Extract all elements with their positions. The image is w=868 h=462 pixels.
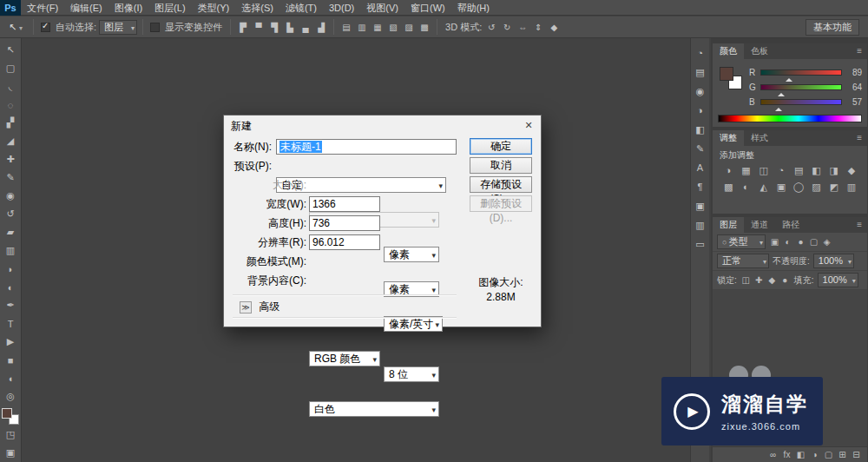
panel-menu-icon[interactable] <box>852 130 867 146</box>
distribute-icon[interactable]: ▨ <box>402 23 416 32</box>
lock-icon[interactable]: ◫ <box>740 275 752 285</box>
close-icon[interactable]: ✕ <box>522 118 536 132</box>
menu-item[interactable]: 选择(S) <box>235 0 279 16</box>
timeline-panel-icon[interactable]: ▥ <box>693 219 708 232</box>
3d-mode-icon[interactable]: ◆ <box>547 23 561 32</box>
link-layers-icon[interactable]: ∞ <box>767 450 779 459</box>
tool-preset-dropdown[interactable]: ↖ <box>3 22 28 33</box>
adjustment-icon[interactable]: ◩ <box>825 182 843 193</box>
screen-mode-button[interactable]: ▣ <box>0 444 22 462</box>
align-icon[interactable]: ▄ <box>299 23 312 32</box>
align-icon[interactable]: ▜ <box>267 23 281 32</box>
menu-item[interactable]: 类型(Y) <box>192 0 236 16</box>
adjustment-icon[interactable]: ▩ <box>720 182 737 193</box>
g-value[interactable]: 64 <box>846 82 862 92</box>
filter-icon[interactable]: ◈ <box>821 237 832 247</box>
properties-panel-icon[interactable]: ▤ <box>693 66 708 79</box>
adjustment-icon[interactable]: ◭ <box>755 182 773 193</box>
color-swatch-pair[interactable] <box>720 67 742 89</box>
adjustment-icon[interactable]: ▦ <box>737 165 754 176</box>
foreground-background-swatches[interactable] <box>2 408 19 425</box>
panel-menu-icon[interactable] <box>852 43 867 59</box>
marquee-tool[interactable]: ▢ <box>0 59 22 77</box>
brush-tool[interactable]: ✎ <box>0 168 22 187</box>
blend-mode-dropdown[interactable]: 正常 <box>717 254 769 268</box>
distribute-icon[interactable]: ▧ <box>386 23 400 32</box>
tab-adjustments[interactable]: 调整 <box>713 130 744 146</box>
healing-brush-tool[interactable]: ✚ <box>0 150 22 168</box>
brush-panel-icon[interactable]: ✎ <box>693 142 708 155</box>
notes-panel-icon[interactable]: ▭ <box>693 238 708 251</box>
pen-tool[interactable]: ✒ <box>0 296 22 314</box>
name-input[interactable]: 未标题-1 <box>276 139 457 155</box>
advanced-section-toggle[interactable]: ≫ 高级 <box>240 300 279 314</box>
filter-icon[interactable]: ◐ <box>782 237 793 247</box>
r-slider[interactable] <box>760 69 842 76</box>
foreground-color-swatch[interactable] <box>2 408 12 419</box>
zoom-tool[interactable]: ◎ <box>0 387 22 406</box>
quick-selection-tool[interactable]: ◌ <box>0 96 22 114</box>
3d-mode-icon[interactable]: ⇔ <box>516 23 529 32</box>
g-slider[interactable] <box>760 84 842 90</box>
background-contents-dropdown[interactable]: 白色 <box>309 401 439 417</box>
gradient-tool[interactable]: ▥ <box>0 241 22 260</box>
layer-group-icon[interactable]: ▢ <box>823 450 834 459</box>
b-slider[interactable] <box>760 99 842 105</box>
tab-channels[interactable]: 通道 <box>744 217 775 233</box>
distribute-icon[interactable]: ▥ <box>355 23 369 32</box>
menu-item[interactable]: 文件(F) <box>21 0 64 16</box>
workspace-switcher-button[interactable]: 基本功能 <box>806 19 859 36</box>
menu-item[interactable]: 图像(I) <box>108 0 148 16</box>
menu-item[interactable]: 3D(D) <box>323 0 360 16</box>
eraser-tool[interactable]: ▰ <box>0 223 22 241</box>
tab-swatches[interactable]: 色板 <box>744 43 775 59</box>
align-icon[interactable]: ▟ <box>314 23 328 32</box>
height-input[interactable]: 736 <box>309 215 380 231</box>
adjustment-icon[interactable]: ◨ <box>825 165 843 176</box>
paragraph-panel-icon[interactable]: ¶ <box>693 181 708 194</box>
hand-tool[interactable]: ◖ <box>0 369 22 387</box>
resolution-unit-dropdown[interactable]: 像素/英寸 <box>384 316 443 332</box>
tab-paths[interactable]: 路径 <box>775 217 806 233</box>
blur-tool[interactable]: ◗ <box>0 260 22 278</box>
eyedropper-tool[interactable]: ◢ <box>0 132 22 150</box>
filter-type-dropdown[interactable]: 类型 <box>717 234 766 249</box>
clone-source-panel-icon[interactable]: ▣ <box>693 200 708 213</box>
show-transform-checkbox[interactable] <box>150 23 160 32</box>
resolution-input[interactable]: 96.012 <box>309 234 380 250</box>
distribute-icon[interactable]: ▦ <box>371 23 385 32</box>
character-panel-icon[interactable]: A <box>693 162 708 175</box>
layer-mask-icon[interactable]: ◧ <box>795 450 806 459</box>
align-icon[interactable]: ▙ <box>283 23 297 32</box>
adjustment-icon[interactable]: ◯ <box>790 182 807 193</box>
move-tool[interactable]: ↖ <box>0 41 22 59</box>
menu-item[interactable]: 编辑(E) <box>64 0 108 16</box>
info-panel-icon[interactable]: ◉ <box>693 85 708 98</box>
color-mode-dropdown[interactable]: RGB 颜色 <box>309 351 380 366</box>
opacity-dropdown[interactable]: 100% <box>813 254 854 268</box>
tab-styles[interactable]: 样式 <box>744 130 775 146</box>
adjustment-icon[interactable]: ▥ <box>843 182 860 193</box>
quick-mask-button[interactable]: ◳ <box>0 426 22 444</box>
lock-icon[interactable]: ◆ <box>766 275 778 285</box>
masks-panel-icon[interactable]: ◧ <box>693 123 708 136</box>
tab-color[interactable]: 颜色 <box>713 43 744 59</box>
color-spectrum-ramp[interactable] <box>718 115 862 122</box>
adjustments-panel-icon[interactable]: ◑ <box>693 104 708 117</box>
lasso-tool[interactable]: ◟ <box>0 77 22 96</box>
delete-layer-icon[interactable]: ⊟ <box>851 450 862 459</box>
adjustment-icon[interactable]: ◫ <box>755 165 773 176</box>
history-panel-icon[interactable]: ◔ <box>693 47 708 60</box>
menu-item[interactable]: 滤镜(T) <box>279 0 323 16</box>
filter-icon[interactable]: ● <box>795 237 806 247</box>
filter-icon[interactable]: ▣ <box>769 237 780 247</box>
adjustment-icon[interactable]: ▣ <box>773 182 790 193</box>
filter-icon[interactable]: ▢ <box>808 237 819 247</box>
ok-button[interactable]: 确定 <box>470 138 532 155</box>
layer-effects-icon[interactable]: fx <box>781 450 792 459</box>
adjustment-icon[interactable]: ◑ <box>720 165 737 176</box>
auto-select-target-dropdown[interactable]: 图层 <box>99 20 137 35</box>
adjustment-icon[interactable]: ◧ <box>807 165 825 176</box>
lock-icon[interactable]: ● <box>779 275 791 285</box>
shape-tool[interactable]: ■ <box>0 351 22 369</box>
